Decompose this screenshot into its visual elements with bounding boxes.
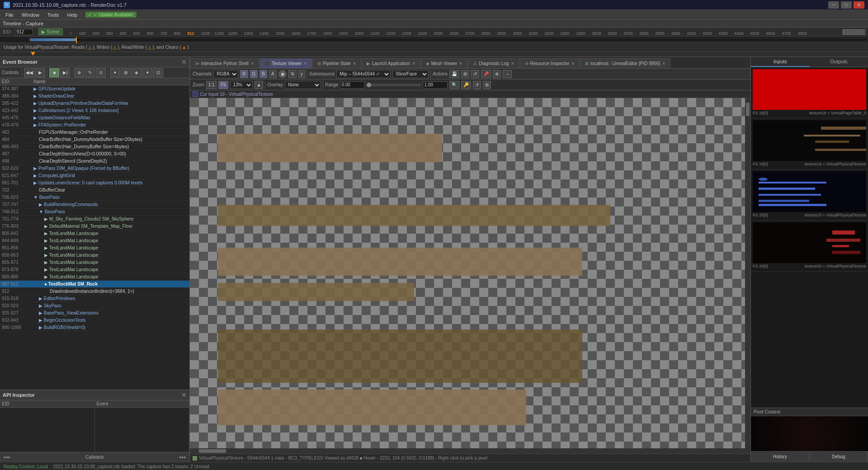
table-row[interactable]: 873-878▶ TestLandMat Landscape [0,266,189,273]
range-min-input[interactable] [340,81,365,89]
gamma-btn[interactable]: γ [298,70,305,78]
eid-input[interactable] [15,29,33,35]
export-btn[interactable]: ✦ [110,68,120,77]
table-row[interactable]: 912DrawIndexedInstancedIndirect(<3684, 1… [0,288,189,295]
action-more-btn[interactable]: ⊕ [493,70,501,78]
table-row[interactable]: 805-842▶ TestLandMat Landscape [0,230,189,237]
tab-localhost-close[interactable]: ✕ [662,61,665,66]
table-row[interactable]: 706-923▼ BasePass [0,194,189,201]
thumbnail-item-0[interactable]: FS 18[0] texture18 = VirtualPageTable_0 [751,67,868,118]
table-row[interactable]: 478-479▶ FFASystem::PreRender [0,122,189,129]
table-row[interactable]: 681-701▶ UpdateLumenScene: 0 card captur… [0,179,189,187]
thumbnail-item-1[interactable]: FS 19[0] texture19 = VirtualPhysicalText… [751,118,868,169]
channels-select[interactable]: RGBA [213,70,238,78]
table-row[interactable]: 707-747▶ BuildRenderingCommands [0,201,189,208]
filter-btn[interactable]: ✦ [142,68,152,77]
tab-launch[interactable]: ▶ Launch Application ✕ [362,58,420,68]
prev-event-btn[interactable]: ◀◀ [24,68,34,77]
table-row[interactable]: 751-774▶ M_Sky_Fanning_Clouds2 SM_SkySph… [0,216,189,223]
action-export-btn[interactable]: → [503,70,512,78]
table-row[interactable]: 776-803▶ DefaultMaterial SM_Template_Map… [0,223,189,230]
menu-window[interactable]: Window [18,11,43,19]
thumbnail-list[interactable]: FS 18[0] texture18 = VirtualPageTable_0 … [751,67,868,408]
edit-btn[interactable]: ✎ [85,68,95,77]
table-row[interactable]: 920-923▶ SkyPass [0,302,189,310]
menu-tools[interactable]: Tools [44,11,63,19]
menu-file[interactable]: File [2,11,17,19]
tab-mesh[interactable]: ◈ Mesh Viewer ✕ [421,58,468,68]
find-btn[interactable]: ⊙ [96,68,106,77]
update-badge[interactable]: ✓ ✓ Update Available! [85,12,136,18]
overlay-select[interactable]: None [285,81,321,89]
step-btn[interactable]: ▶| [60,68,70,77]
minimize-button[interactable]: ─ [828,1,839,9]
api-inspector-close[interactable]: ✕ [181,391,187,399]
table-row[interactable]: 374-387▶ GPUSceneUpdate [0,85,189,93]
slice-select[interactable]: Slice/Face [392,70,429,78]
action-refresh-btn[interactable]: ↺ [471,70,479,78]
table-row[interactable]: 423-442▶ CullInstances [2 Views X 106 In… [0,107,189,114]
table-row[interactable]: 395-422▶ UploadDynamicPrimitiveShaderDat… [0,100,189,107]
table-row[interactable]: 702GBufferClear [0,187,189,194]
table-row[interactable]: 932-943▶ BeginOcclusionTests [0,317,189,324]
zoom-up-btn[interactable]: ▲ [255,81,264,89]
table-row[interactable]: 502-620▶ PrePass DIM_AllOpaque (Forced b… [0,165,189,172]
table-row[interactable]: 925-927▶ BasePass_ViewExtensions [0,310,189,317]
channel-a-btn[interactable]: A [269,70,277,78]
save-btn[interactable]: ⊞ [121,68,131,77]
action-pin-btn[interactable]: 📌 [481,70,491,78]
subresource-select[interactable]: Mip -- 5544x5544 ✓ [336,70,391,78]
zoom-11-btn[interactable]: 1:1 [206,81,217,89]
table-row[interactable]: 482FGPUSortManager::OnPreRender [0,129,189,136]
tab-texture-close[interactable]: ✕ [303,61,307,66]
table-row[interactable]: 851-856▶ TestLandMat Landscape [0,244,189,252]
table-row[interactable]: 486-493ClearBuffer(Hair_DummyBuffer Size… [0,143,189,150]
next-event-btn[interactable]: ▶ [35,68,45,77]
range-reset-btn[interactable]: ↺ [473,81,481,89]
table-row[interactable]: 388-394▶ ShaderDrawClear [0,93,189,100]
fit-btn[interactable]: Fit [218,81,228,89]
thumbnail-item-2[interactable]: FS 20[0] texture20 = VirtualPhysicalText… [751,169,868,221]
scrollbar-horizontal[interactable] [190,448,745,454]
tab-localhost[interactable]: ⊞ localhost - UnrealEditor [PID 9956] ✕ [580,58,670,68]
action-copy-btn[interactable]: ⊞ [461,70,469,78]
settings-btn[interactable]: ◈ [132,68,142,77]
tab-python-close[interactable]: ✕ [250,61,254,66]
tab-texture[interactable]: ⬛ Texture Viewer ✕ [259,58,312,68]
inputs-tab[interactable]: Inputs [751,57,810,67]
thumbnail-item-3[interactable]: FS 20[0] texture20 = VirtualPhysicalText… [751,221,868,272]
table-row[interactable]: 915-918▶ EditorPrimitives [0,295,189,302]
table-row-selected[interactable]: 887-912 ● TestRockMat SM_Rock [0,281,189,288]
event-list[interactable]: 374-387▶ GPUSceneUpdate 388-394▶ ShaderD… [0,85,189,390]
table-row[interactable]: 484ClearBuffer(Hair_DummyNodeBuffer Size… [0,136,189,143]
scene-btn[interactable]: ▶ Scene [38,28,62,35]
range-search-btn[interactable]: 🔍 [449,81,459,89]
tab-diagnostic-close[interactable]: ✕ [511,61,514,66]
bookmark-btn[interactable]: ⊕ [74,68,84,77]
menu-help[interactable]: Help [64,11,81,19]
tab-diagnostic[interactable]: ⚠ Diagnostic Log ✕ [468,58,519,68]
range-expand-btn[interactable]: ⊞ [483,81,491,89]
flip-btn[interactable]: ⇅ [288,70,297,78]
table-row[interactable]: 748-912▼ BasePass [0,208,189,216]
close-button[interactable]: ✕ [854,1,864,9]
range-slider[interactable] [367,84,421,86]
table-row[interactable]: 844-849▶ TestLandMat Landscape [0,237,189,244]
table-row[interactable]: 621-647▶ ComputeLightGrid [0,172,189,179]
table-row[interactable]: 990-1068▶ BuildRGB(ViewId=0) [0,324,189,331]
play-btn[interactable]: ■ [49,68,59,77]
event-browser-close[interactable]: ✕ [181,58,187,66]
history-button[interactable]: History [751,451,810,462]
range-key-btn[interactable]: 🔑 [461,81,471,89]
channel-b-btn[interactable]: B [259,70,267,78]
action-save-btn[interactable]: 💾 [449,70,459,78]
maximize-button[interactable]: □ [841,1,852,9]
texture-display[interactable] [190,98,750,454]
table-row[interactable]: 880-885▶ TestLandMat Landscape [0,273,189,281]
tab-pipeline[interactable]: ⊞ Pipeline State ✕ [312,58,361,68]
table-row[interactable]: 497ClearDepthStencilView(D=0.000000, S=0… [0,150,189,158]
debug-button[interactable]: Debug [810,451,868,462]
table-row[interactable]: 498ClearDepthStencil (SceneDepth2) [0,158,189,165]
tab-resource[interactable]: ⊕ Resource Inspector ✕ [520,58,580,68]
tab-python[interactable]: ≫ Interactive Python Shell ✕ [190,58,259,68]
